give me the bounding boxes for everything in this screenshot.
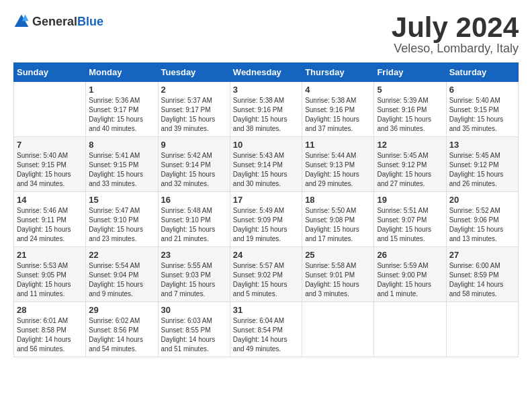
day-info: Sunrise: 6:00 AMSunset: 8:59 PMDaylight:… [449, 261, 515, 299]
day-info: Sunrise: 5:57 AMSunset: 9:02 PMDaylight:… [233, 261, 299, 299]
day-info: Sunrise: 5:49 AMSunset: 9:09 PMDaylight:… [233, 206, 299, 244]
day-number: 4 [305, 85, 371, 95]
day-cell [14, 82, 86, 137]
day-cell: 19Sunrise: 5:51 AMSunset: 9:07 PMDayligh… [374, 192, 446, 247]
day-number: 27 [449, 250, 515, 260]
day-number: 8 [89, 140, 154, 150]
day-cell: 25Sunrise: 5:58 AMSunset: 9:01 PMDayligh… [302, 247, 374, 302]
day-cell: 24Sunrise: 5:57 AMSunset: 9:02 PMDayligh… [230, 247, 302, 302]
week-row-2: 7Sunrise: 5:40 AMSunset: 9:15 PMDaylight… [14, 137, 519, 192]
day-info: Sunrise: 5:43 AMSunset: 9:14 PMDaylight:… [233, 151, 299, 189]
day-info: Sunrise: 5:50 AMSunset: 9:08 PMDaylight:… [305, 206, 371, 244]
day-info: Sunrise: 5:45 AMSunset: 9:12 PMDaylight:… [449, 151, 515, 189]
logo-text-general: General [32, 15, 77, 28]
day-info: Sunrise: 5:41 AMSunset: 9:15 PMDaylight:… [89, 151, 154, 189]
day-number: 13 [449, 140, 515, 150]
day-number: 16 [161, 195, 227, 205]
day-cell: 7Sunrise: 5:40 AMSunset: 9:15 PMDaylight… [14, 137, 86, 192]
day-number: 31 [233, 305, 299, 315]
day-number: 1 [89, 85, 154, 95]
day-number: 14 [17, 195, 83, 205]
day-info: Sunrise: 6:02 AMSunset: 8:56 PMDaylight:… [89, 316, 154, 354]
day-number: 19 [377, 195, 443, 205]
day-number: 17 [233, 195, 299, 205]
day-info: Sunrise: 5:37 AMSunset: 9:17 PMDaylight:… [161, 96, 227, 134]
day-number: 26 [377, 250, 443, 260]
day-number: 22 [89, 250, 154, 260]
day-cell: 6Sunrise: 5:40 AMSunset: 9:15 PMDaylight… [446, 82, 518, 137]
day-number: 2 [161, 85, 227, 95]
day-cell: 29Sunrise: 6:02 AMSunset: 8:56 PMDayligh… [86, 302, 158, 357]
weekday-header-tuesday: Tuesday [158, 63, 230, 82]
weekday-header-thursday: Thursday [302, 63, 374, 82]
day-number: 21 [17, 250, 83, 260]
weekday-header-monday: Monday [86, 63, 158, 82]
day-info: Sunrise: 5:45 AMSunset: 9:12 PMDaylight:… [377, 151, 443, 189]
day-cell: 11Sunrise: 5:44 AMSunset: 9:13 PMDayligh… [302, 137, 374, 192]
week-row-1: 1Sunrise: 5:36 AMSunset: 9:17 PMDaylight… [14, 82, 519, 137]
day-cell: 3Sunrise: 5:38 AMSunset: 9:16 PMDaylight… [230, 82, 302, 137]
day-info: Sunrise: 6:04 AMSunset: 8:54 PMDaylight:… [233, 316, 299, 354]
day-cell: 4Sunrise: 5:38 AMSunset: 9:16 PMDaylight… [302, 82, 374, 137]
day-info: Sunrise: 5:44 AMSunset: 9:13 PMDaylight:… [305, 151, 371, 189]
week-row-5: 28Sunrise: 6:01 AMSunset: 8:58 PMDayligh… [14, 302, 519, 357]
day-info: Sunrise: 5:36 AMSunset: 9:17 PMDaylight:… [89, 96, 154, 134]
day-info: Sunrise: 5:58 AMSunset: 9:01 PMDaylight:… [305, 261, 371, 299]
day-number: 18 [305, 195, 371, 205]
logo-icon [13, 13, 30, 30]
day-number: 6 [449, 85, 515, 95]
day-info: Sunrise: 5:39 AMSunset: 9:16 PMDaylight:… [377, 96, 443, 134]
month-title: July 2024 [392, 13, 519, 42]
day-number: 10 [233, 140, 299, 150]
day-number: 7 [17, 140, 83, 150]
day-cell: 26Sunrise: 5:59 AMSunset: 9:00 PMDayligh… [374, 247, 446, 302]
day-number: 3 [233, 85, 299, 95]
day-number: 20 [449, 195, 515, 205]
day-info: Sunrise: 6:03 AMSunset: 8:55 PMDaylight:… [161, 316, 227, 354]
logo: GeneralBlue [13, 13, 103, 30]
day-cell: 14Sunrise: 5:46 AMSunset: 9:11 PMDayligh… [14, 192, 86, 247]
day-number: 30 [161, 305, 227, 315]
day-info: Sunrise: 5:51 AMSunset: 9:07 PMDaylight:… [377, 206, 443, 244]
day-number: 15 [89, 195, 154, 205]
day-cell: 9Sunrise: 5:42 AMSunset: 9:14 PMDaylight… [158, 137, 230, 192]
day-number: 29 [89, 305, 154, 315]
day-cell: 1Sunrise: 5:36 AMSunset: 9:17 PMDaylight… [86, 82, 158, 137]
day-number: 24 [233, 250, 299, 260]
day-cell: 20Sunrise: 5:52 AMSunset: 9:06 PMDayligh… [446, 192, 518, 247]
day-info: Sunrise: 5:38 AMSunset: 9:16 PMDaylight:… [305, 96, 371, 134]
calendar: SundayMondayTuesdayWednesdayThursdayFrid… [13, 62, 519, 357]
day-number: 23 [161, 250, 227, 260]
day-info: Sunrise: 5:40 AMSunset: 9:15 PMDaylight:… [17, 151, 83, 189]
day-cell [374, 302, 446, 357]
day-cell: 16Sunrise: 5:48 AMSunset: 9:10 PMDayligh… [158, 192, 230, 247]
day-cell: 31Sunrise: 6:04 AMSunset: 8:54 PMDayligh… [230, 302, 302, 357]
day-cell: 17Sunrise: 5:49 AMSunset: 9:09 PMDayligh… [230, 192, 302, 247]
day-number: 11 [305, 140, 371, 150]
day-number: 9 [161, 140, 227, 150]
day-cell: 13Sunrise: 5:45 AMSunset: 9:12 PMDayligh… [446, 137, 518, 192]
day-cell: 28Sunrise: 6:01 AMSunset: 8:58 PMDayligh… [14, 302, 86, 357]
day-info: Sunrise: 5:47 AMSunset: 9:10 PMDaylight:… [89, 206, 154, 244]
day-info: Sunrise: 5:55 AMSunset: 9:03 PMDaylight:… [161, 261, 227, 299]
day-cell: 30Sunrise: 6:03 AMSunset: 8:55 PMDayligh… [158, 302, 230, 357]
header: GeneralBlue July 2024 Veleso, Lombardy, … [13, 13, 519, 56]
day-cell [446, 302, 518, 357]
title-area: July 2024 Veleso, Lombardy, Italy [392, 13, 519, 56]
day-number: 12 [377, 140, 443, 150]
day-cell [302, 302, 374, 357]
week-row-4: 21Sunrise: 5:53 AMSunset: 9:05 PMDayligh… [14, 247, 519, 302]
day-cell: 15Sunrise: 5:47 AMSunset: 9:10 PMDayligh… [86, 192, 158, 247]
day-cell: 5Sunrise: 5:39 AMSunset: 9:16 PMDaylight… [374, 82, 446, 137]
day-info: Sunrise: 5:38 AMSunset: 9:16 PMDaylight:… [233, 96, 299, 134]
day-info: Sunrise: 6:01 AMSunset: 8:58 PMDaylight:… [17, 316, 83, 354]
day-info: Sunrise: 5:48 AMSunset: 9:10 PMDaylight:… [161, 206, 227, 244]
day-info: Sunrise: 5:42 AMSunset: 9:14 PMDaylight:… [161, 151, 227, 189]
day-cell: 23Sunrise: 5:55 AMSunset: 9:03 PMDayligh… [158, 247, 230, 302]
day-number: 5 [377, 85, 443, 95]
day-info: Sunrise: 5:54 AMSunset: 9:04 PMDaylight:… [89, 261, 154, 299]
day-info: Sunrise: 5:46 AMSunset: 9:11 PMDaylight:… [17, 206, 83, 244]
day-info: Sunrise: 5:40 AMSunset: 9:15 PMDaylight:… [449, 96, 515, 134]
weekday-header-row: SundayMondayTuesdayWednesdayThursdayFrid… [14, 63, 519, 82]
weekday-header-wednesday: Wednesday [230, 63, 302, 82]
